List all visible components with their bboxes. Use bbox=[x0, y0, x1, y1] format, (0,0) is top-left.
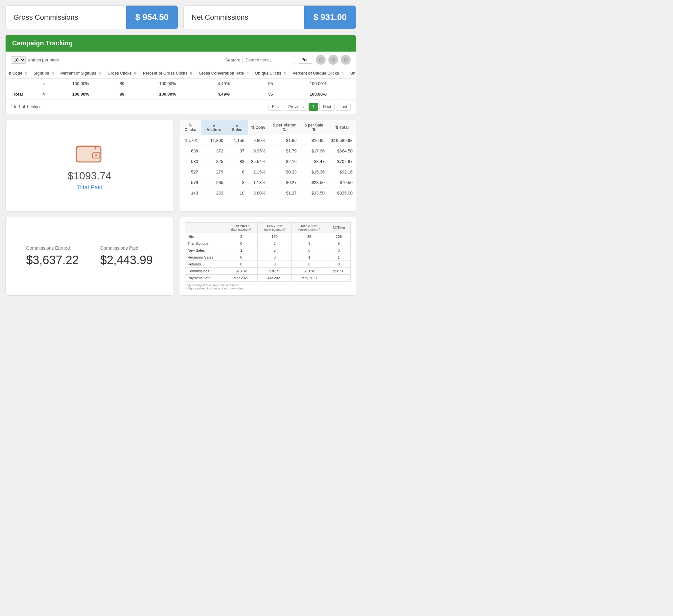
stats-table-cell: 9.95% bbox=[248, 146, 269, 157]
search-label: Search: bbox=[225, 57, 240, 62]
prev-page-button[interactable]: Previous bbox=[284, 103, 307, 111]
stats-table-cell: $1.27 bbox=[269, 188, 300, 199]
stats-table-cell: 279 bbox=[201, 167, 227, 178]
stats-table-cell: 638 bbox=[179, 146, 201, 157]
campaign-total-cell: 89 bbox=[104, 89, 140, 99]
summary-table-cell: 0 bbox=[258, 261, 292, 268]
stats-table-cell: 372 bbox=[201, 146, 227, 157]
summary-table-cell: Mar 2021 bbox=[225, 275, 258, 282]
gross-commission-card: Gross Commissions $ 954.50 bbox=[5, 5, 178, 29]
summary-table-cell: 1 bbox=[327, 254, 350, 261]
stats-table-cell: 1,156 bbox=[226, 135, 247, 146]
summary-table-cell: $13.92 bbox=[292, 268, 327, 275]
summary-table-cell: 35 bbox=[292, 233, 327, 240]
col-header-gross-conv: Gross Converstion Rate ⇅ bbox=[196, 68, 252, 78]
stats-table-cell: $8.47 bbox=[300, 157, 328, 167]
stats-table-cell: 580 bbox=[179, 157, 201, 167]
pagination-info: 1 to 1 of 1 entries bbox=[11, 104, 41, 109]
stats-table-row: 15,79111,8001,1569.80%$1.66$16.95$19,589… bbox=[179, 135, 356, 146]
search-input[interactable] bbox=[242, 56, 295, 64]
stats-col-clicks: ⇅ Clicks bbox=[179, 120, 201, 135]
stats-table-row: 52727962.15%$0.33$15.36$92.16 bbox=[179, 167, 356, 178]
stats-table-cell: $664.50 bbox=[328, 146, 356, 157]
gross-commission-label: Gross Commissions bbox=[6, 7, 126, 28]
stats-col-per-visitor: $ per Visitor ⇅ bbox=[269, 120, 300, 135]
wallet-icon bbox=[74, 140, 104, 163]
stats-col-conv: ⇅ Conv bbox=[248, 120, 269, 135]
summary-col-jan: Jan 2021* (last payment) bbox=[225, 223, 258, 233]
campaign-table-cell: 4 bbox=[30, 78, 57, 89]
last-page-button[interactable]: Last bbox=[336, 103, 351, 111]
stats-table-cell: $70.50 bbox=[328, 178, 356, 188]
stats-table-cell: 25.54% bbox=[248, 157, 269, 167]
stats-table-cell: 1.13% bbox=[248, 178, 269, 188]
summary-table-row: Commissions$13.92$30.72$13.92$58.56 bbox=[185, 268, 350, 275]
middle-row: $1093.74 Total Paid ⇅ Clicks ▲ Visitors … bbox=[5, 119, 356, 212]
settings-icon-2[interactable]: ⚙ bbox=[328, 55, 338, 65]
paid-section: Commissions Paid $2,443.99 bbox=[100, 245, 153, 267]
col-header-pct-gross-clicks: Percent of Gross Clicks ⇅ bbox=[140, 68, 196, 78]
stats-table-cell: 15,791 bbox=[179, 135, 201, 146]
wallet-card: $1093.74 Total Paid bbox=[5, 119, 174, 212]
stats-table-row: 143263103.80%$1.27$33.50$335.00 bbox=[179, 188, 356, 199]
col-header-pct-unique-clicks: Percent of Unique Clicks ⇅ bbox=[289, 68, 347, 78]
settings-icon-3[interactable]: ⚙ bbox=[341, 55, 351, 65]
next-page-button[interactable]: Next bbox=[319, 103, 335, 111]
bottom-row: Commissions Earned $3,637.22 Commissions… bbox=[5, 217, 356, 296]
summary-table-cell: Trial Signups bbox=[185, 240, 225, 247]
stats-col-visitors: ▲ Visitors bbox=[201, 120, 227, 135]
summary-table-cell: 1 bbox=[225, 247, 258, 254]
summary-table-cell: Commissions bbox=[185, 268, 225, 275]
campaign-table-cell: 4.49% bbox=[196, 78, 252, 89]
stats-table-cell: $702.97 bbox=[328, 157, 356, 167]
summary-table-cell: $30.72 bbox=[258, 268, 292, 275]
stats-table-row: 638372379.95%$1.79$17.96$664.50 bbox=[179, 146, 356, 157]
campaign-table-cell: 100.00% bbox=[57, 78, 104, 89]
stats-table-cell: $0.33 bbox=[269, 167, 300, 178]
summary-table-cell: 0 bbox=[225, 254, 258, 261]
summary-table-row: Trial Signups0235 bbox=[185, 240, 350, 247]
page-1-button[interactable]: 1 bbox=[308, 103, 318, 111]
summary-table-cell: Recurring Sales bbox=[185, 254, 225, 261]
stats-table-cell: 265 bbox=[201, 178, 227, 188]
campaign-total-cell: Total bbox=[6, 89, 30, 99]
summary-table-row: Hits216035208 bbox=[185, 233, 350, 240]
col-header-pct-signups: Percent of Signups ⇅ bbox=[57, 68, 104, 78]
entries-per-page-select[interactable]: 102550 bbox=[11, 56, 26, 64]
campaign-total-row: Total4100.00%89100.00%4.49%55100.00%7.27… bbox=[6, 89, 356, 99]
print-button[interactable]: Print bbox=[298, 56, 313, 64]
stats-table-cell: $15.36 bbox=[300, 167, 328, 178]
stats-table-card: ⇅ Clicks ▲ Visitors ▲ Sales ⇅ Conv $ per… bbox=[179, 119, 356, 212]
col-header-signups: Signups ⇅ bbox=[30, 68, 57, 78]
gross-commission-value: $ 954.50 bbox=[126, 6, 178, 29]
settings-icon-1[interactable]: ⚙ bbox=[316, 55, 326, 65]
stats-table-cell: $335.00 bbox=[328, 188, 356, 199]
stats-table-cell: 579 bbox=[179, 178, 201, 188]
summary-table-cell bbox=[327, 275, 350, 282]
stats-table-cell: 325 bbox=[201, 157, 227, 167]
net-commission-value: $ 931.00 bbox=[304, 6, 356, 29]
campaign-table-cell: 55 bbox=[252, 78, 289, 89]
col-header-unique-clicks: Unique Clicks ⇅ bbox=[252, 68, 289, 78]
stats-table-cell: $17.96 bbox=[300, 146, 328, 157]
campaign-total-cell: 100.00% bbox=[57, 89, 104, 99]
summary-table-cell: 2 bbox=[258, 240, 292, 247]
earned-paid-card: Commissions Earned $3,637.22 Commissions… bbox=[5, 217, 174, 296]
campaign-total-cell: 100.00% bbox=[289, 89, 347, 99]
entries-per-page-label: 102550 entries per page bbox=[11, 56, 59, 64]
footnote-1: * Figure subject to change due to refund… bbox=[185, 284, 351, 287]
stats-table-cell: $0.27 bbox=[269, 178, 300, 188]
stats-table-cell: $33.50 bbox=[300, 188, 328, 199]
campaign-total-cell: 4 bbox=[30, 89, 57, 99]
summary-table-cell: Apr 2021 bbox=[258, 275, 292, 282]
campaign-table-cell: 89 bbox=[104, 78, 140, 89]
first-page-button[interactable]: First bbox=[268, 103, 283, 111]
stats-table-cell: $1.79 bbox=[269, 146, 300, 157]
summary-table-cell: 0 bbox=[292, 261, 327, 268]
col-header-unique-conv: Unique Conversion Rate ⇅ bbox=[347, 68, 356, 78]
stats-table: ⇅ Clicks ▲ Visitors ▲ Sales ⇅ Conv $ per… bbox=[179, 120, 356, 199]
campaign-total-cell: 55 bbox=[252, 89, 289, 99]
campaign-table: n Code ⇅ Signups ⇅ Percent of Signups ⇅ … bbox=[6, 68, 356, 99]
stats-table-cell: $23.50 bbox=[300, 178, 328, 188]
summary-table-card: Jan 2021* (last payment) Feb 2021* (next… bbox=[179, 217, 356, 296]
